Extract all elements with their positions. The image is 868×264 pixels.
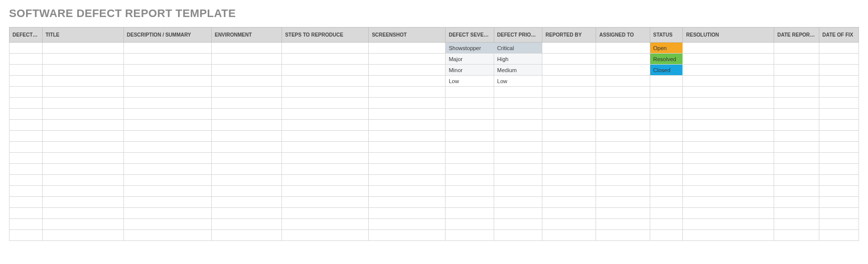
cell[interactable] [542,175,596,186]
cell[interactable] [10,54,43,65]
cell[interactable] [542,208,596,219]
cell[interactable] [369,153,446,164]
cell[interactable] [42,65,123,76]
cell[interactable] [42,164,123,175]
cell[interactable] [42,208,123,219]
cell[interactable] [819,142,859,153]
cell[interactable] [542,164,596,175]
cell[interactable] [42,54,123,65]
cell[interactable] [446,208,494,219]
cell[interactable] [42,43,123,54]
cell[interactable] [282,109,369,120]
cell[interactable] [596,43,650,54]
cell[interactable] [10,197,43,208]
cell[interactable] [10,76,43,87]
status-cell[interactable]: Open [650,43,683,54]
cell[interactable] [774,109,819,120]
cell[interactable] [282,164,369,175]
cell[interactable] [683,153,774,164]
cell[interactable] [42,153,123,164]
cell[interactable]: Major [446,54,494,65]
cell[interactable] [683,186,774,197]
cell[interactable] [10,43,43,54]
cell[interactable] [596,76,650,87]
cell[interactable] [494,142,542,153]
cell[interactable] [123,164,211,175]
cell[interactable] [123,109,211,120]
cell[interactable] [596,186,650,197]
cell[interactable]: Medium [494,65,542,76]
cell[interactable] [596,54,650,65]
cell[interactable]: Minor [446,65,494,76]
cell[interactable] [42,175,123,186]
cell[interactable] [774,142,819,153]
cell[interactable] [819,54,859,65]
cell[interactable] [683,208,774,219]
cell[interactable]: Low [446,76,494,87]
cell[interactable] [10,87,43,98]
cell[interactable] [369,175,446,186]
cell[interactable] [282,142,369,153]
cell[interactable] [369,131,446,142]
cell[interactable] [683,131,774,142]
cell[interactable] [211,186,281,197]
cell[interactable] [10,164,43,175]
cell[interactable] [10,175,43,186]
cell[interactable] [123,54,211,65]
cell[interactable] [819,219,859,230]
cell[interactable] [542,131,596,142]
cell[interactable] [774,153,819,164]
cell[interactable] [446,164,494,175]
cell[interactable] [211,197,281,208]
cell[interactable] [10,153,43,164]
cell[interactable] [596,65,650,76]
cell[interactable] [42,142,123,153]
cell[interactable] [683,164,774,175]
cell[interactable] [123,197,211,208]
cell[interactable] [369,120,446,131]
cell[interactable] [650,186,683,197]
cell[interactable] [369,54,446,65]
cell[interactable] [211,65,281,76]
cell[interactable] [369,186,446,197]
cell[interactable] [123,98,211,109]
cell[interactable] [42,230,123,241]
cell[interactable] [282,43,369,54]
cell[interactable] [774,175,819,186]
cell[interactable] [650,219,683,230]
status-cell[interactable]: Closed [650,65,683,76]
cell[interactable] [10,208,43,219]
cell[interactable] [774,230,819,241]
cell[interactable] [369,219,446,230]
cell[interactable] [542,98,596,109]
cell[interactable] [494,208,542,219]
cell[interactable] [123,219,211,230]
cell[interactable] [650,109,683,120]
cell[interactable] [819,43,859,54]
cell[interactable] [683,175,774,186]
cell[interactable] [282,65,369,76]
cell[interactable] [650,120,683,131]
cell[interactable] [774,65,819,76]
cell[interactable] [282,208,369,219]
cell[interactable] [446,109,494,120]
cell[interactable] [596,142,650,153]
cell[interactable] [819,153,859,164]
cell[interactable] [282,230,369,241]
cell[interactable] [650,208,683,219]
cell[interactable] [650,230,683,241]
cell[interactable] [819,109,859,120]
cell[interactable] [819,120,859,131]
cell[interactable] [819,230,859,241]
cell[interactable] [494,186,542,197]
cell[interactable] [369,65,446,76]
cell[interactable] [774,98,819,109]
cell[interactable] [211,164,281,175]
cell[interactable] [683,98,774,109]
cell[interactable] [596,197,650,208]
cell[interactable] [211,219,281,230]
cell[interactable] [774,208,819,219]
cell[interactable] [650,175,683,186]
cell[interactable] [123,230,211,241]
cell[interactable] [282,76,369,87]
